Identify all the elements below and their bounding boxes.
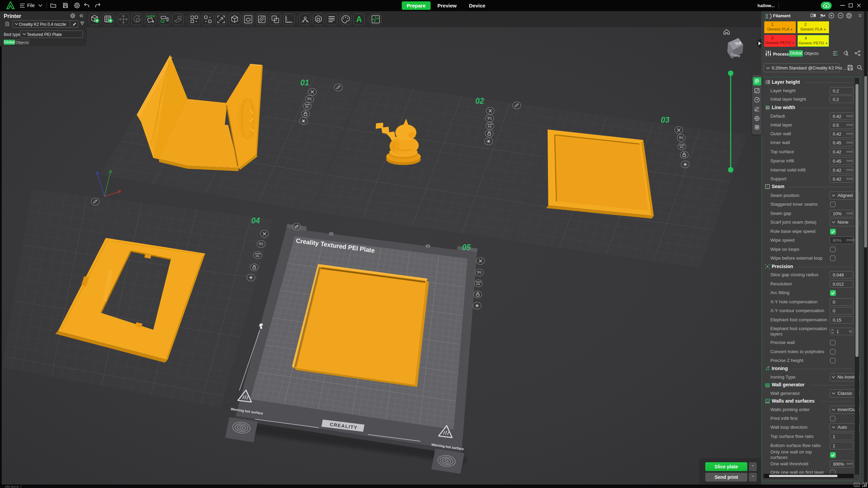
svg-text:AUTO: AUTO xyxy=(476,281,481,283)
svg-text:04: 04 xyxy=(251,216,260,225)
svg-text:AUTO: AUTO xyxy=(679,144,685,146)
svg-text:A: A xyxy=(356,15,362,24)
svg-text:AUTO: AUTO xyxy=(487,123,493,125)
svg-text:AUTO: AUTO xyxy=(255,253,260,255)
svg-text:AUTO: AUTO xyxy=(304,104,310,106)
svg-text:02: 02 xyxy=(475,97,484,105)
svg-text:03: 03 xyxy=(661,116,670,124)
svg-text:01: 01 xyxy=(300,78,309,87)
svg-text:05: 05 xyxy=(462,243,471,252)
svg-text:AUTO: AUTO xyxy=(146,15,155,18)
